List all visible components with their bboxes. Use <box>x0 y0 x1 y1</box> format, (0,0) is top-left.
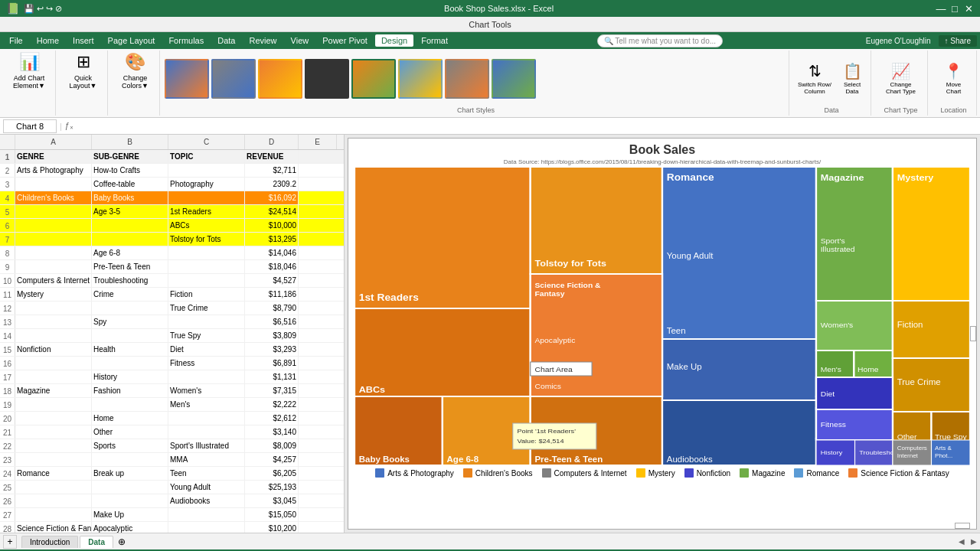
ss-cell[interactable] <box>168 274 245 287</box>
ss-cell[interactable]: Other <box>92 425 168 439</box>
ribbon-tab-design[interactable]: Design <box>375 34 413 47</box>
ss-cell[interactable]: Coffee-table <box>92 178 168 191</box>
ss-cell[interactable]: Fashion <box>92 384 168 397</box>
ribbon-tab-review[interactable]: Review <box>243 34 283 47</box>
ss-cell[interactable]: How-to Crafts <box>92 164 168 177</box>
ss-cell[interactable]: $3,293 <box>245 343 299 356</box>
ss-cell[interactable] <box>168 412 245 425</box>
chart-style-6[interactable] <box>398 59 443 99</box>
ss-cell[interactable] <box>15 205 92 218</box>
ss-cell[interactable] <box>92 219 168 232</box>
ss-cell[interactable]: $25,193 <box>245 481 299 494</box>
ss-cell[interactable]: $2,612 <box>245 412 299 425</box>
chart-style-8[interactable] <box>492 59 536 99</box>
ss-cell[interactable] <box>92 453 168 466</box>
col-header-e[interactable]: E <box>299 135 337 149</box>
ss-cell[interactable]: $3,809 <box>245 329 299 342</box>
ribbon-tab-view[interactable]: View <box>285 34 315 47</box>
add-chart-element-button[interactable]: Add ChartElement▼ <box>6 72 52 92</box>
ss-cell[interactable] <box>168 508 245 521</box>
ss-cell[interactable] <box>168 315 245 328</box>
ss-cell[interactable]: Computers & Internet <box>15 274 92 287</box>
ss-cell[interactable]: $10,200 <box>245 522 299 533</box>
ss-cell[interactable]: Break up <box>92 467 168 480</box>
ss-cell[interactable] <box>15 357 92 370</box>
chart-style-1[interactable] <box>165 59 209 99</box>
ss-cell[interactable]: $8,790 <box>245 302 299 315</box>
switch-row-column-button[interactable]: Switch Row/Column <box>795 80 834 96</box>
ss-cell[interactable]: Magazine <box>15 384 92 397</box>
ss-cell[interactable]: True Spy <box>168 329 245 342</box>
ss-cell[interactable] <box>92 357 168 370</box>
ss-cell[interactable]: $14,046 <box>245 246 299 259</box>
ss-cell[interactable]: $11,186 <box>245 288 299 301</box>
ss-cell[interactable]: $24,514 <box>245 205 299 218</box>
chart-style-5[interactable] <box>351 59 396 99</box>
ss-cell[interactable]: $6,205 <box>245 467 299 480</box>
ss-cell[interactable] <box>15 370 92 383</box>
name-box[interactable]: Chart 8 <box>3 119 57 133</box>
ss-cell[interactable] <box>92 398 168 411</box>
change-chart-type-button[interactable]: ChangeChart Type <box>880 80 922 96</box>
ss-cell[interactable] <box>92 302 168 315</box>
formula-input[interactable] <box>77 119 977 133</box>
maximize-button[interactable]: □ <box>949 3 960 14</box>
ss-cell[interactable]: $2,222 <box>245 398 299 411</box>
ss-cell[interactable]: Tolstoy for Tots <box>168 233 245 246</box>
ribbon-tab-home[interactable]: Home <box>31 34 65 47</box>
ss-cell[interactable]: $10,000 <box>245 219 299 232</box>
ss-cell[interactable] <box>92 233 168 246</box>
col-header-d[interactable]: D <box>245 135 299 149</box>
change-colors-button[interactable]: ChangeColors▼ <box>114 72 156 92</box>
ss-cell[interactable] <box>15 398 92 411</box>
add-sheet-button[interactable]: + <box>3 535 17 549</box>
ss-cell[interactable] <box>92 494 168 507</box>
ss-cell[interactable]: $6,891 <box>245 357 299 370</box>
ss-cell[interactable]: Teen <box>168 467 245 480</box>
ss-cell-revenue-header[interactable]: REVENUE <box>245 150 299 163</box>
ss-cell[interactable]: $3,045 <box>245 494 299 507</box>
ss-cell[interactable] <box>15 178 92 191</box>
ss-cell[interactable]: Children's Books <box>15 191 92 204</box>
ss-cell[interactable]: Men's <box>168 398 245 411</box>
window-controls[interactable]: — □ ✕ <box>936 3 974 14</box>
ss-cell[interactable] <box>15 302 92 315</box>
ribbon-tab-formulas[interactable]: Formulas <box>162 34 210 47</box>
ss-cell[interactable]: Photography <box>168 178 245 191</box>
ss-cell[interactable] <box>15 508 92 521</box>
ss-cell[interactable] <box>168 522 245 533</box>
quick-layout-button[interactable]: QuickLayout▼ <box>62 72 104 92</box>
ss-cell[interactable]: $16,092 <box>245 191 299 204</box>
ss-cell[interactable]: Sports <box>92 439 168 452</box>
ss-cell[interactable]: Romance <box>15 467 92 480</box>
ss-cell[interactable] <box>15 412 92 425</box>
ss-cell[interactable]: $3,140 <box>245 425 299 439</box>
select-data-button[interactable]: SelectData <box>837 80 867 96</box>
ribbon-tab-insert[interactable]: Insert <box>67 34 100 47</box>
col-header-c[interactable]: C <box>168 135 245 149</box>
ss-cell[interactable]: Fiction <box>168 288 245 301</box>
scroll-left[interactable]: ◀ <box>959 537 965 546</box>
ss-cell[interactable] <box>168 246 245 259</box>
ss-cell[interactable] <box>15 329 92 342</box>
ss-cell[interactable]: Age 3-5 <box>92 205 168 218</box>
ss-cell[interactable]: MMA <box>168 453 245 466</box>
ss-cell[interactable]: Baby Books <box>92 191 168 204</box>
ss-cell[interactable]: $1,131 <box>245 370 299 383</box>
ribbon-tab-file[interactable]: File <box>3 34 29 47</box>
ribbon-tab-format[interactable]: Format <box>415 34 454 47</box>
ss-cell[interactable] <box>168 260 245 273</box>
ss-cell[interactable]: Spy <box>92 315 168 328</box>
ss-cell[interactable] <box>168 191 245 204</box>
ss-cell[interactable]: $15,050 <box>245 508 299 521</box>
scroll-right[interactable]: ▶ <box>971 537 977 546</box>
chart-style-3[interactable] <box>258 59 302 99</box>
ss-cell[interactable]: $4,527 <box>245 274 299 287</box>
ss-cell[interactable]: Fitness <box>168 357 245 370</box>
ss-cell[interactable]: $2,711 <box>245 164 299 177</box>
ss-cell[interactable] <box>15 246 92 259</box>
ss-cell[interactable] <box>92 329 168 342</box>
ss-cell[interactable]: Audiobooks <box>168 494 245 507</box>
ss-cell[interactable] <box>92 481 168 494</box>
ss-cell[interactable]: $13,295 <box>245 233 299 246</box>
